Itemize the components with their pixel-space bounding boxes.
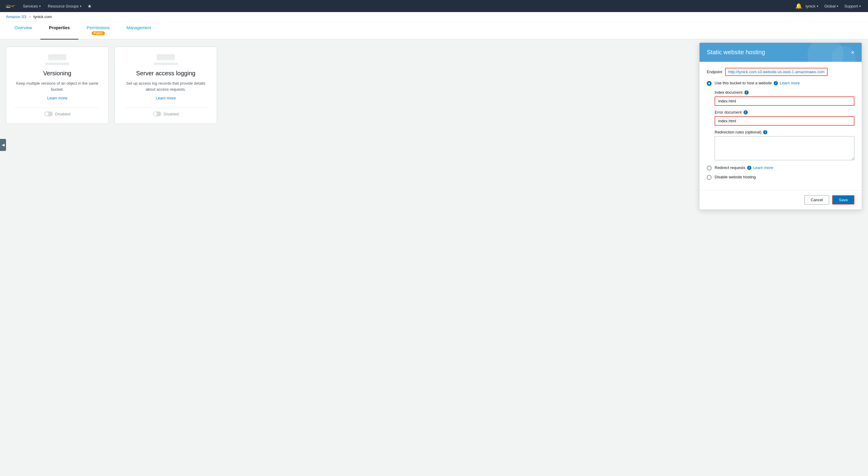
swh-title: Static website hosting — [707, 49, 765, 56]
logging-learn-more-link[interactable]: Learn more — [156, 96, 176, 100]
logging-icon-placeholder — [157, 54, 175, 60]
versioning-card: Versioning Keep multiple versions of an … — [6, 47, 108, 124]
resource-groups-label: Resource Groups — [48, 4, 79, 8]
versioning-icon-placeholder — [48, 54, 66, 60]
redirect-requests-option: Redirect requests i Learn more — [707, 165, 855, 170]
use-bucket-info-icon[interactable]: i — [774, 81, 778, 85]
svg-text:aws: aws — [7, 6, 10, 8]
tab-management-label: Management — [127, 25, 151, 30]
tab-overview-label: Overview — [14, 25, 32, 30]
index-doc-input[interactable] — [715, 96, 855, 106]
support-menu[interactable]: Support ▾ — [842, 3, 863, 10]
main-content: ◀ Versioning Keep multiple versions of a… — [0, 39, 868, 250]
logging-toggle[interactable] — [153, 112, 161, 116]
logging-title: Server access logging — [136, 70, 195, 77]
notifications-bell-icon[interactable]: 🔔 — [795, 3, 802, 9]
logging-status: Disabled — [153, 112, 179, 116]
tab-properties-label: Properties — [49, 25, 70, 30]
swh-close-button[interactable]: × — [851, 50, 855, 56]
support-label: Support — [844, 4, 858, 8]
error-doc-info-icon[interactable]: i — [744, 110, 748, 115]
aws-logo[interactable]: aws — [5, 2, 16, 10]
region-label: Global — [824, 4, 836, 8]
redirect-requests-radio[interactable] — [707, 166, 712, 170]
tab-overview[interactable]: Overview — [6, 22, 40, 39]
tab-management[interactable]: Management — [118, 22, 160, 39]
tab-permissions[interactable]: Permissions Public — [79, 22, 118, 39]
redirect-rules-textarea[interactable] — [715, 136, 855, 160]
swh-body: Endpoint http://tynick.com.s3-website-us… — [700, 62, 862, 190]
versioning-title: Versioning — [43, 70, 71, 77]
server-access-logging-card: Server access logging Set up access log … — [115, 47, 217, 124]
versioning-divider — [13, 107, 101, 108]
disable-hosting-text: Disable website hosting — [715, 175, 756, 179]
disable-hosting-option: Disable website hosting — [707, 175, 855, 180]
disable-hosting-label: Disable website hosting — [715, 175, 756, 179]
versioning-learn-more-link[interactable]: Learn more — [47, 96, 67, 100]
breadcrumb-amazon-s3-link[interactable]: Amazon S3 — [6, 14, 26, 19]
breadcrumb: Amazon S3 > tynick.com — [0, 12, 868, 22]
resource-groups-menu[interactable]: Resource Groups ▾ — [45, 3, 84, 10]
disable-hosting-radio[interactable] — [707, 175, 712, 180]
index-doc-label-text: Index document — [715, 90, 743, 95]
redirect-rules-info-icon[interactable]: i — [763, 130, 767, 134]
nav-right: 🔔 tynick ▾ Global ▾ Support ▾ — [795, 3, 863, 10]
use-bucket-option: Use this bucket to host a website i Lear… — [707, 81, 855, 86]
endpoint-url-link[interactable]: http://tynick.com.s3-website-us-east-1.a… — [725, 68, 827, 76]
logging-status-label: Disabled — [164, 112, 179, 116]
user-menu[interactable]: tynick ▾ — [803, 3, 821, 10]
redirect-requests-learn-more-link[interactable]: Learn more — [753, 165, 773, 170]
static-website-hosting-panel: Static website hosting × Endpoint http:/… — [699, 42, 862, 210]
versioning-icon-line — [45, 63, 69, 65]
versioning-status-label: Disabled — [55, 112, 70, 116]
support-chevron: ▾ — [859, 4, 861, 8]
use-bucket-radio[interactable] — [707, 81, 712, 86]
versioning-desc: Keep multiple versions of an object in t… — [13, 81, 101, 92]
top-nav: aws Services ▾ Resource Groups ▾ ★ 🔔 tyn… — [0, 0, 868, 12]
error-doc-label: Error document i — [715, 110, 855, 115]
services-menu[interactable]: Services ▾ — [21, 3, 43, 10]
swh-header: Static website hosting × — [700, 43, 862, 62]
region-menu[interactable]: Global ▾ — [822, 3, 841, 10]
versioning-status: Disabled — [44, 112, 70, 116]
logging-divider — [122, 107, 210, 108]
redirect-requests-info-icon[interactable]: i — [747, 166, 751, 170]
save-button[interactable]: Save — [832, 195, 855, 204]
index-doc-section: Index document i — [707, 90, 855, 106]
error-doc-input[interactable] — [715, 116, 855, 126]
use-bucket-label: Use this bucket to host a website i Lear… — [715, 81, 800, 85]
versioning-toggle[interactable] — [44, 112, 53, 116]
permissions-badge: Public — [92, 31, 105, 35]
redirect-requests-label: Redirect requests i Learn more — [715, 165, 773, 170]
swh-footer: Cancel Save — [700, 190, 862, 210]
services-label: Services — [23, 4, 38, 8]
username-label: tynick — [806, 4, 815, 8]
logging-desc: Set up access log records that provide d… — [122, 81, 210, 92]
breadcrumb-separator: > — [29, 14, 31, 19]
region-chevron: ▾ — [837, 4, 838, 8]
endpoint-row: Endpoint http://tynick.com.s3-website-us… — [707, 68, 855, 76]
tab-properties[interactable]: Properties — [40, 22, 78, 39]
resource-groups-chevron: ▾ — [80, 4, 82, 8]
collapse-arrow[interactable]: ◀ — [0, 139, 6, 151]
use-bucket-learn-more-link[interactable]: Learn more — [780, 81, 800, 85]
cancel-button[interactable]: Cancel — [804, 195, 829, 204]
tab-permissions-label: Permissions — [87, 25, 110, 30]
services-chevron: ▾ — [39, 4, 41, 8]
redirect-requests-text: Redirect requests — [715, 165, 745, 170]
logging-icon-line — [154, 63, 178, 65]
redirect-rules-label-text: Redirection rules (optional) — [715, 130, 761, 134]
tabs-bar: Overview Properties Permissions Public M… — [0, 22, 868, 39]
endpoint-label: Endpoint — [707, 70, 722, 74]
error-doc-section: Error document i — [707, 110, 855, 126]
redirect-rules-section: Redirection rules (optional) i — [707, 130, 855, 161]
user-chevron: ▾ — [817, 4, 818, 8]
use-bucket-text: Use this bucket to host a website — [715, 81, 772, 85]
redirect-rules-label: Redirection rules (optional) i — [715, 130, 855, 134]
index-doc-info-icon[interactable]: i — [744, 90, 749, 95]
index-doc-label: Index document i — [715, 90, 855, 95]
breadcrumb-current: tynick.com — [33, 14, 52, 19]
error-doc-label-text: Error document — [715, 110, 742, 115]
favorites-star[interactable]: ★ — [87, 3, 92, 9]
